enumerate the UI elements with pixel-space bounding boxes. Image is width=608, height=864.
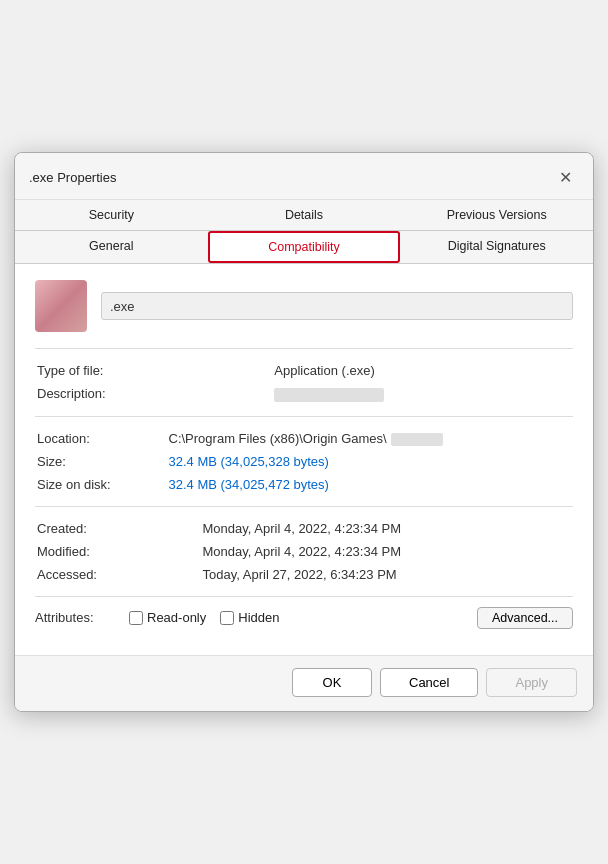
tab-security[interactable]: Security <box>15 200 208 230</box>
size-label: Size: <box>35 450 167 473</box>
modified-label: Modified: <box>35 540 201 563</box>
advanced-button[interactable]: Advanced... <box>477 607 573 629</box>
cancel-button[interactable]: Cancel <box>380 668 478 697</box>
description-blurred <box>274 388 384 402</box>
hidden-checkbox[interactable] <box>220 611 234 625</box>
hidden-checkbox-item[interactable]: Hidden <box>220 610 279 625</box>
type-of-file-label: Type of file: <box>35 359 272 382</box>
location-label: Location: <box>35 427 167 450</box>
tab-details[interactable]: Details <box>208 200 401 230</box>
attributes-label: Attributes: <box>35 610 115 625</box>
divider-1 <box>35 348 573 349</box>
readonly-label: Read-only <box>147 610 206 625</box>
location-blurred <box>391 433 443 446</box>
size-row: Size: 32.4 MB (34,025,328 bytes) <box>35 450 573 473</box>
type-of-file-row: Type of file: Application (.exe) <box>35 359 573 382</box>
hidden-label: Hidden <box>238 610 279 625</box>
description-label: Description: <box>35 382 272 406</box>
created-value: Monday, April 4, 2022, 4:23:34 PM <box>201 517 573 540</box>
description-row: Description: <box>35 382 573 406</box>
divider-4 <box>35 596 573 597</box>
readonly-checkbox-item[interactable]: Read-only <box>129 610 206 625</box>
divider-3 <box>35 506 573 507</box>
window-title: .exe Properties <box>29 170 116 185</box>
accessed-value: Today, April 27, 2022, 6:34:23 PM <box>201 563 573 586</box>
location-table: Location: C:\Program Files (x86)\Origin … <box>35 427 573 496</box>
size-on-disk-row: Size on disk: 32.4 MB (34,025,472 bytes) <box>35 473 573 496</box>
dates-table: Created: Monday, April 4, 2022, 4:23:34 … <box>35 517 573 586</box>
file-icon <box>35 280 87 332</box>
ok-button[interactable]: OK <box>292 668 372 697</box>
footer: OK Cancel Apply <box>15 655 593 711</box>
content-area: .exe Type of file: Application (.exe) De… <box>15 264 593 639</box>
size-on-disk-value: 32.4 MB (34,025,472 bytes) <box>167 473 574 496</box>
accessed-label: Accessed: <box>35 563 201 586</box>
divider-2 <box>35 416 573 417</box>
tab-general[interactable]: General <box>15 231 208 263</box>
tabs-row-1: Security Details Previous Versions <box>15 200 593 231</box>
size-on-disk-label: Size on disk: <box>35 473 167 496</box>
created-label: Created: <box>35 517 201 540</box>
location-value: C:\Program Files (x86)\Origin Games\ <box>167 427 574 450</box>
type-of-file-value: Application (.exe) <box>272 359 573 382</box>
location-text: C:\Program Files (x86)\Origin Games\ <box>169 431 387 446</box>
modified-value: Monday, April 4, 2022, 4:23:34 PM <box>201 540 573 563</box>
close-button[interactable]: ✕ <box>551 163 579 191</box>
file-name-box: .exe <box>101 292 573 320</box>
properties-table: Type of file: Application (.exe) Descrip… <box>35 359 573 406</box>
tab-digital-signatures[interactable]: Digital Signatures <box>400 231 593 263</box>
tab-previous-versions[interactable]: Previous Versions <box>400 200 593 230</box>
apply-button[interactable]: Apply <box>486 668 577 697</box>
tabs-row-2: General Compatibility Digital Signatures <box>15 231 593 264</box>
readonly-checkbox[interactable] <box>129 611 143 625</box>
title-bar: .exe Properties ✕ <box>15 153 593 200</box>
attributes-row: Attributes: Read-only Hidden Advanced... <box>35 607 573 629</box>
tab-compatibility[interactable]: Compatibility <box>208 231 401 263</box>
location-row: Location: C:\Program Files (x86)\Origin … <box>35 427 573 450</box>
file-header: .exe <box>35 280 573 332</box>
description-value <box>272 382 573 406</box>
created-row: Created: Monday, April 4, 2022, 4:23:34 … <box>35 517 573 540</box>
modified-row: Modified: Monday, April 4, 2022, 4:23:34… <box>35 540 573 563</box>
properties-window: .exe Properties ✕ Security Details Previ… <box>14 152 594 712</box>
accessed-row: Accessed: Today, April 27, 2022, 6:34:23… <box>35 563 573 586</box>
size-value: 32.4 MB (34,025,328 bytes) <box>167 450 574 473</box>
